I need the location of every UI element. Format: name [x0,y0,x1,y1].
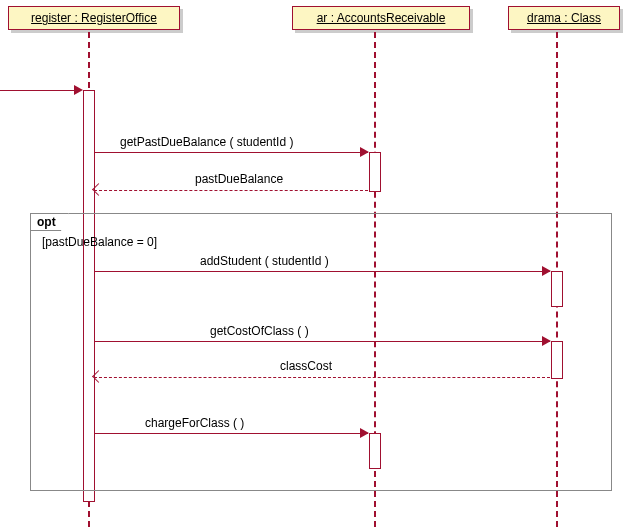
msg-classcost-return: classCost [280,359,332,373]
msg-chargeforclass: chargeForClass ( ) [145,416,244,430]
lifeline-drama-label: drama : Class [527,11,601,25]
lifeline-ar: ar : AccountsReceivable [292,6,470,30]
msg-getcost: getCostOfClass ( ) [210,324,309,338]
lifeline-register-label: register : RegisterOffice [31,11,157,25]
msg-chargeforclass-line [94,433,368,434]
fragment-operator: opt [30,213,69,231]
msg-classcost-return-line [94,377,550,378]
activation-ar-1 [369,152,381,192]
msg-addstudent-arrow [542,266,551,276]
msg-getpastdue-line [94,152,368,153]
activation-drama-1 [551,271,563,307]
msg-pastdue-return-line [94,190,368,191]
fragment-guard: [pastDueBalance = 0] [42,235,157,249]
msg-addstudent: addStudent ( studentId ) [200,254,329,268]
lifeline-drama: drama : Class [508,6,620,30]
lifeline-ar-label: ar : AccountsReceivable [317,11,446,25]
msg-getpastdue-arrow [360,147,369,157]
msg-getpastdue: getPastDueBalance ( studentId ) [120,135,293,149]
msg-getcost-line [94,341,550,342]
msg-chargeforclass-arrow [360,428,369,438]
external-call-arrow [74,85,83,95]
activation-drama-2 [551,341,563,379]
lifeline-register: register : RegisterOffice [8,6,180,30]
msg-getcost-arrow [542,336,551,346]
msg-pastdue-return: pastDueBalance [195,172,283,186]
msg-addstudent-line [94,271,550,272]
external-call-line [0,90,80,91]
activation-ar-2 [369,433,381,469]
